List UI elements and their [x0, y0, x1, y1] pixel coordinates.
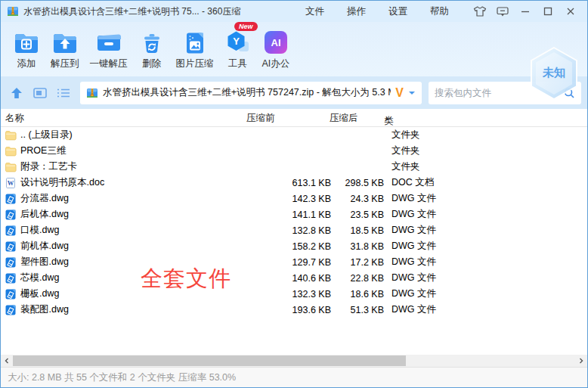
- toolbar-button-delete[interactable]: 删除: [135, 25, 169, 73]
- file-type: DWG 文件: [391, 208, 436, 221]
- toolbar-button-ai-office[interactable]: AI AI办公: [259, 25, 293, 73]
- window-title: 水管挤出模具设计含三维+二维+说明书 75... - 360压缩: [23, 5, 240, 18]
- scrollbar-track[interactable]: [13, 355, 575, 367]
- file-name: 栅板.dwg: [20, 287, 59, 300]
- horizontal-scrollbar[interactable]: [1, 355, 587, 367]
- menu-help[interactable]: 帮助: [419, 1, 460, 22]
- folder-icon: [5, 129, 17, 141]
- size-after: 22.8 KB: [326, 273, 384, 284]
- list-view-button[interactable]: [54, 83, 73, 103]
- file-row[interactable]: 芯模.dwg 140.6 KB 22.8 KB DWG 文件: [1, 270, 587, 286]
- view-mode-button[interactable]: [30, 83, 50, 103]
- toolbar-button-one-click-extract[interactable]: 一键解压: [87, 25, 131, 73]
- file-type: DWG 文件: [391, 287, 436, 300]
- file-row[interactable]: 装配图.dwg 193.6 KB 51.3 KB DWG 文件: [1, 302, 587, 318]
- list-header: 名称 压缩前 压缩后 ▲类型: [1, 109, 587, 127]
- add-folder-icon: [13, 28, 40, 55]
- security-status-badge[interactable]: 未知: [527, 47, 581, 100]
- file-name: .. (上级目录): [20, 129, 73, 141]
- file-row[interactable]: PROE三维 文件夹: [1, 143, 587, 159]
- chevron-down-icon[interactable]: [408, 90, 416, 96]
- security-badge-label: 未知: [527, 66, 581, 80]
- archive-path-field[interactable]: 水管挤出模具设计含三维+二维+说明书 757247.zip - 解包大小为 5.…: [80, 82, 422, 104]
- ai-office-icon: AI: [263, 28, 289, 55]
- skin-tshirt-icon[interactable]: [472, 4, 487, 19]
- menu-settings[interactable]: 设置: [377, 1, 419, 22]
- file-row[interactable]: 分流器.dwg 142.3 KB 24.3 KB DWG 文件: [1, 191, 587, 206]
- file-type: 文件夹: [391, 160, 420, 173]
- scroll-left-icon[interactable]: [1, 355, 13, 367]
- extract-to-icon: [51, 28, 79, 55]
- file-row[interactable]: W 设计说明书原本.doc 613.1 KB 298.5 KB DOC 文档: [1, 175, 587, 191]
- close-button[interactable]: [563, 4, 578, 19]
- file-row[interactable]: 附录：工艺卡 文件夹: [1, 159, 587, 175]
- size-after: 298.5 KB: [326, 178, 384, 188]
- scroll-right-icon[interactable]: [575, 355, 587, 367]
- file-type: DWG 文件: [391, 256, 436, 268]
- file-row[interactable]: 后机体.dwg 141.1 KB 23.5 KB DWG 文件: [1, 206, 587, 222]
- dwg-icon: [5, 241, 17, 253]
- status-bar: 大小: 2.8 MB 共 55 个文件和 2 个文件夹 压缩率 53.0%: [1, 367, 587, 387]
- tools-icon: Y: [224, 28, 252, 55]
- minimize-button[interactable]: [518, 4, 533, 19]
- file-type: DWG 文件: [391, 224, 436, 237]
- file-name: 附录：工艺卡: [20, 160, 77, 173]
- address-bar: 水管挤出模具设计含三维+二维+说明书 757247.zip - 解包大小为 5.…: [1, 76, 587, 109]
- size-after: 51.3 KB: [326, 305, 384, 315]
- menu-bar: 文件 操作 设置 帮助: [294, 1, 460, 22]
- toolbar: 添加 解压到 一键解压 删除 图片压缩 Y 工具 New AI AI办公 未知: [1, 22, 587, 76]
- size-before: 132.3 KB: [250, 289, 331, 300]
- one-click-extract-icon: [95, 28, 122, 55]
- file-row[interactable]: .. (上级目录) 文件夹: [1, 127, 587, 143]
- menu-operation[interactable]: 操作: [336, 1, 377, 22]
- column-header-after[interactable]: 压缩后: [330, 112, 358, 125]
- dwg-icon: [5, 272, 17, 284]
- toolbar-button-tools[interactable]: Y 工具 New: [221, 25, 255, 73]
- archive-path-text: 水管挤出模具设计含三维+二维+说明书 757247.zip - 解包大小为 5.…: [103, 86, 391, 99]
- toolbar-button-add[interactable]: 添加: [10, 25, 43, 73]
- size-after: 18.6 KB: [326, 289, 384, 300]
- file-type: 文件夹: [391, 129, 420, 141]
- image-compress-icon: [181, 28, 209, 55]
- file-type: DWG 文件: [391, 192, 436, 205]
- delete-icon: [138, 28, 166, 55]
- toolbar-buttons: 添加 解压到 一键解压 删除 图片压缩 Y 工具 New AI AI办公: [10, 25, 292, 73]
- file-name: 分流器.dwg: [20, 192, 69, 205]
- toolbar-button-image-compress[interactable]: 图片压缩: [173, 25, 217, 73]
- size-before: 140.6 KB: [250, 273, 331, 284]
- svg-text:Y: Y: [233, 36, 240, 47]
- size-before: 141.1 KB: [250, 210, 331, 220]
- dwg-icon: [5, 304, 17, 316]
- toolbar-button-extract-to[interactable]: 解压到: [48, 25, 82, 73]
- dwg-icon: [5, 193, 17, 205]
- file-name: 口模.dwg: [20, 224, 59, 237]
- maximize-button[interactable]: [540, 4, 556, 19]
- file-type: DWG 文件: [391, 272, 436, 284]
- file-row[interactable]: 塑件图.dwg 129.7 KB 17.2 KB DWG 文件: [1, 254, 587, 270]
- file-type: 文件夹: [391, 144, 420, 157]
- file-name: 前机体.dwg: [20, 240, 69, 253]
- title-bar: 水管挤出模具设计含三维+二维+说明书 75... - 360压缩 文件 操作 设…: [1, 1, 587, 22]
- file-list: .. (上级目录) 文件夹 PROE三维 文件夹 附录：工艺卡 文件夹 W 设计…: [1, 127, 587, 355]
- column-header-name[interactable]: 名称: [5, 112, 24, 125]
- size-before: 158.2 KB: [250, 241, 331, 252]
- file-name: 后机体.dwg: [20, 208, 69, 221]
- scrollbar-thumb[interactable]: [13, 355, 406, 366]
- file-row[interactable]: 栅板.dwg 132.3 KB 18.6 KB DWG 文件: [1, 286, 587, 302]
- feedback-icon[interactable]: [495, 4, 510, 19]
- folder-icon: [5, 145, 17, 157]
- menu-file[interactable]: 文件: [294, 1, 336, 22]
- size-before: 613.1 KB: [250, 178, 331, 188]
- status-text: 大小: 2.8 MB 共 55 个文件和 2 个文件夹 压缩率 53.0%: [8, 371, 236, 384]
- column-header-before[interactable]: 压缩前: [246, 112, 275, 125]
- new-badge: New: [234, 22, 258, 31]
- file-row[interactable]: 口模.dwg 132.8 KB 18.5 KB DWG 文件: [1, 222, 587, 238]
- vip-v-logo[interactable]: V: [395, 86, 404, 100]
- up-directory-button[interactable]: [7, 83, 26, 103]
- dwg-icon: [5, 209, 17, 221]
- size-after: 18.5 KB: [326, 225, 384, 236]
- dwg-icon: [5, 288, 17, 300]
- app-window: 水管挤出模具设计含三维+二维+说明书 75... - 360压缩 文件 操作 设…: [0, 0, 588, 388]
- file-row[interactable]: 前机体.dwg 158.2 KB 31.8 KB DWG 文件: [1, 238, 587, 254]
- size-before: 129.7 KB: [250, 257, 331, 268]
